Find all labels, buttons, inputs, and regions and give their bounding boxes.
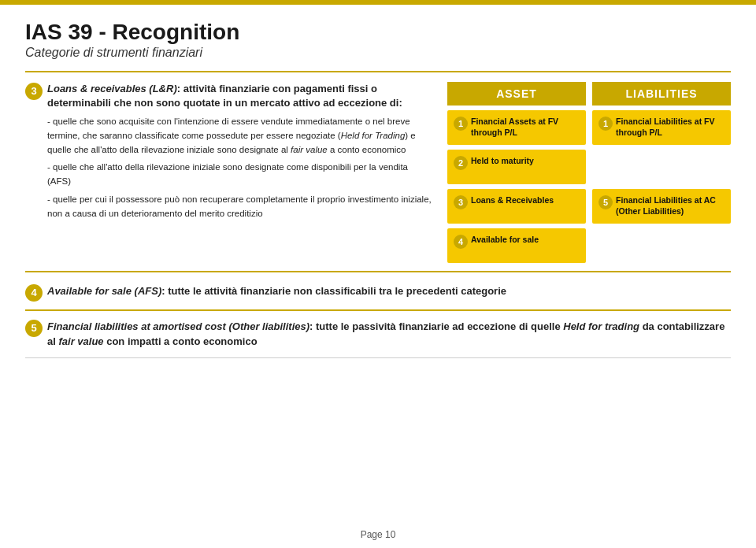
gold-divider-top (25, 71, 731, 72)
section4-title: Available for sale (AFS): tutte le attiv… (47, 283, 506, 299)
asset-cell-1-text: Financial Assets at FV through P/L (471, 116, 580, 139)
asset-cell-2: 2 Held to maturity (447, 150, 586, 184)
panel-headers: ASSET LIABILITIES (447, 82, 731, 106)
page-title: IAS 39 - Recognition (25, 19, 731, 46)
page-footer: Page 10 (0, 529, 756, 540)
section5: 5 Financial liabilities at amortised cos… (25, 319, 731, 350)
section3-badge: 3 (25, 83, 43, 100)
bullet3-text: quelle per cui il possessore può non rec… (47, 194, 432, 218)
bullet3: - quelle per cui il possessore può non r… (47, 193, 433, 221)
asset-cell-4: 4 Available for sale (447, 228, 586, 263)
liab-cell-1: 1 Financial Liabilities at FV through P/… (592, 110, 731, 145)
asset-cell-1: 1 Financial Assets at FV through P/L (447, 110, 586, 145)
section3-title-prefix: Loans & receivables (L&R) (47, 83, 177, 94)
bullet1-text: quelle che sono acquisite con l'intenzio… (47, 117, 416, 154)
liab-cell-5: 5 Financial Liabilities at AC (Other Lia… (592, 189, 731, 224)
bullet2-text: quelle che all'atto della rilevazione in… (47, 162, 408, 186)
asset-cell-3-text: Loans & Receivables (471, 194, 554, 206)
page-subtitle: Categorie di strumenti finanziari (25, 46, 731, 60)
asset-cell-4-text: Available for sale (471, 234, 539, 246)
page-number: Page 10 (361, 529, 396, 540)
right-column: ASSET LIABILITIES 1 Financial Assets at … (447, 82, 731, 263)
liab-cell-1-num: 1 (598, 117, 613, 131)
asset-cell-3: 3 Loans & Receivables (447, 189, 586, 224)
bullet2: - quelle che all'atto della rilevazione … (47, 161, 433, 189)
section5-italic2: fair value (58, 335, 103, 347)
gold-divider-bot (25, 309, 731, 311)
asset-cell-2-num: 2 (454, 156, 468, 170)
left-column: 3 Loans & receivables (L&R): attività fi… (25, 82, 433, 221)
section4-title-prefix: Available for sale (AFS) (47, 285, 161, 297)
liabilities-header: LIABILITIES (592, 82, 731, 106)
section5-italic1: Held for trading (563, 320, 639, 332)
asset-cell-2-text: Held to maturity (471, 155, 534, 167)
section5-text3: con impatti a conto economico (104, 335, 258, 347)
section3-body: - quelle che sono acquisite con l'intenz… (47, 115, 433, 221)
panel-rows: 1 Financial Assets at FV through P/L 1 F… (447, 110, 731, 263)
liab-cell-2-empty (592, 150, 731, 184)
liab-cell-5-num: 5 (598, 195, 613, 209)
footer-divider (25, 357, 731, 358)
asset-cell-1-num: 1 (454, 117, 468, 131)
section4-title-suffix: : tutte le attività finanziarie non clas… (161, 285, 506, 297)
section3-header: 3 Loans & receivables (L&R): attività fi… (25, 82, 433, 110)
section4-badge: 4 (25, 284, 43, 302)
liab-cell-4-empty (592, 228, 731, 263)
section4: 4 Available for sale (AFS): tutte le att… (25, 283, 731, 302)
asset-cell-3-num: 3 (454, 195, 468, 209)
asset-header: ASSET (447, 82, 586, 106)
panel-row-1: 1 Financial Assets at FV through P/L 1 F… (447, 110, 731, 145)
section5-badge: 5 (25, 320, 43, 337)
section5-title-prefix: Financial liabilities at amortised cost … (47, 320, 309, 332)
liab-cell-1-text: Financial Liabilities at FV through P/L (616, 116, 724, 139)
panel-row-2: 2 Held to maturity (447, 150, 731, 184)
page-container: IAS 39 - Recognition Categorie di strume… (0, 0, 756, 548)
gold-divider-mid (25, 271, 731, 272)
two-col-layout: 3 Loans & receivables (L&R): attività fi… (25, 82, 731, 263)
panel-row-4: 4 Available for sale (447, 228, 731, 263)
section5-title: Financial liabilities at amortised cost … (47, 319, 731, 350)
main-content: IAS 39 - Recognition Categorie di strume… (0, 5, 756, 357)
liab-cell-5-text: Financial Liabilities at AC (Other Liabi… (616, 194, 724, 217)
section3-title: Loans & receivables (L&R): attività fina… (47, 82, 433, 110)
bullet1: - quelle che sono acquisite con l'intenz… (47, 115, 433, 157)
section5-title-suffix: : tutte le passività finanziarie ad ecce… (309, 320, 563, 332)
panel-row-3: 3 Loans & Receivables 5 Financial Liabil… (447, 189, 731, 224)
asset-cell-4-num: 4 (454, 235, 468, 249)
